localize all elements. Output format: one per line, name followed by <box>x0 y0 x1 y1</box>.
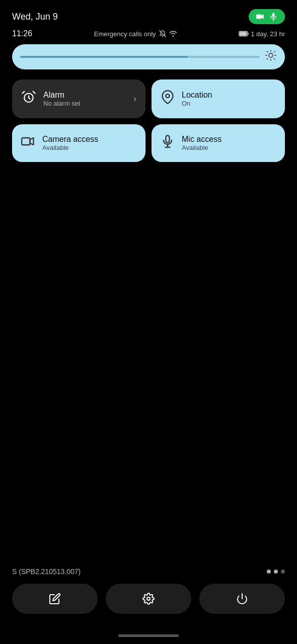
camera-text-block: Camera access Available <box>42 135 98 151</box>
mic-title: Mic access <box>182 135 221 144</box>
settings-button[interactable] <box>106 584 191 614</box>
svg-point-24 <box>147 597 150 600</box>
svg-rect-1 <box>272 13 275 18</box>
bottom-buttons <box>12 584 285 614</box>
recording-pill[interactable] <box>249 9 285 24</box>
power-icon <box>236 593 248 605</box>
location-text-block: Location On <box>182 91 212 107</box>
mic-icon <box>161 134 175 152</box>
svg-line-14 <box>267 58 267 59</box>
mic-subtitle: Available <box>182 144 221 151</box>
status-center: Emergency calls only <box>94 30 177 38</box>
alarm-subtitle: No alarm set <box>43 100 81 107</box>
location-title: Location <box>182 91 212 100</box>
svg-rect-6 <box>240 32 247 36</box>
location-tile[interactable]: Location On <box>152 79 285 118</box>
svg-line-3 <box>159 31 166 37</box>
status-time: 11:26 <box>12 29 32 38</box>
alarm-chevron: › <box>133 94 136 104</box>
status-right: 1 day, 23 hr <box>239 30 285 38</box>
dot-1 <box>267 570 271 574</box>
camera-subtitle: Available <box>42 144 98 151</box>
brightness-row[interactable] <box>12 44 285 69</box>
wifi-icon <box>169 31 177 37</box>
home-indicator <box>118 634 179 637</box>
alarm-text-block: Alarm No alarm set <box>43 91 81 107</box>
svg-rect-5 <box>248 33 249 35</box>
camera-tile[interactable]: Camera access Available <box>12 124 145 162</box>
dot-3 <box>281 570 285 574</box>
version-text: S (SPB2.210513.007) <box>12 568 81 576</box>
mic-recording-icon <box>269 12 278 21</box>
bottom-section: S (SPB2.210513.007) <box>0 568 297 614</box>
svg-line-17 <box>23 92 25 94</box>
date-label: Wed, Jun 9 <box>12 12 58 22</box>
version-row: S (SPB2.210513.007) <box>12 568 285 576</box>
svg-line-18 <box>33 92 35 94</box>
svg-rect-0 <box>256 15 262 19</box>
status-bar: 11:26 Emergency calls only 1 day, 23 hr <box>0 29 297 38</box>
alarm-title: Alarm <box>43 91 81 100</box>
location-icon <box>161 90 175 108</box>
mic-tile[interactable]: Mic access Available <box>152 124 285 162</box>
settings-icon <box>142 593 155 605</box>
alarm-tile[interactable]: Alarm No alarm set › <box>12 79 145 118</box>
power-button[interactable] <box>199 584 285 614</box>
tiles-grid: Alarm No alarm set › Location On Camera … <box>12 79 285 162</box>
svg-point-19 <box>166 94 170 98</box>
dots-indicator <box>267 570 285 574</box>
svg-line-11 <box>274 58 274 59</box>
svg-rect-20 <box>22 138 30 145</box>
no-notification-icon <box>159 30 166 37</box>
svg-rect-21 <box>166 135 170 142</box>
svg-point-7 <box>269 53 273 57</box>
brightness-slider[interactable] <box>20 56 260 58</box>
dot-2 <box>274 570 278 574</box>
mic-text-block: Mic access Available <box>182 135 221 151</box>
brightness-icon <box>265 49 277 64</box>
camera-icon <box>21 134 35 152</box>
camera-title: Camera access <box>42 135 98 144</box>
emergency-text: Emergency calls only <box>94 30 156 38</box>
battery-label: 1 day, 23 hr <box>251 30 285 38</box>
svg-line-10 <box>267 51 267 52</box>
svg-line-15 <box>274 51 274 52</box>
edit-icon <box>49 593 61 605</box>
location-subtitle: On <box>182 100 212 107</box>
top-bar: Wed, Jun 9 <box>0 0 297 29</box>
alarm-icon <box>21 90 36 108</box>
camera-recording-icon <box>256 12 265 21</box>
battery-icon <box>239 31 249 37</box>
edit-button[interactable] <box>12 584 98 614</box>
